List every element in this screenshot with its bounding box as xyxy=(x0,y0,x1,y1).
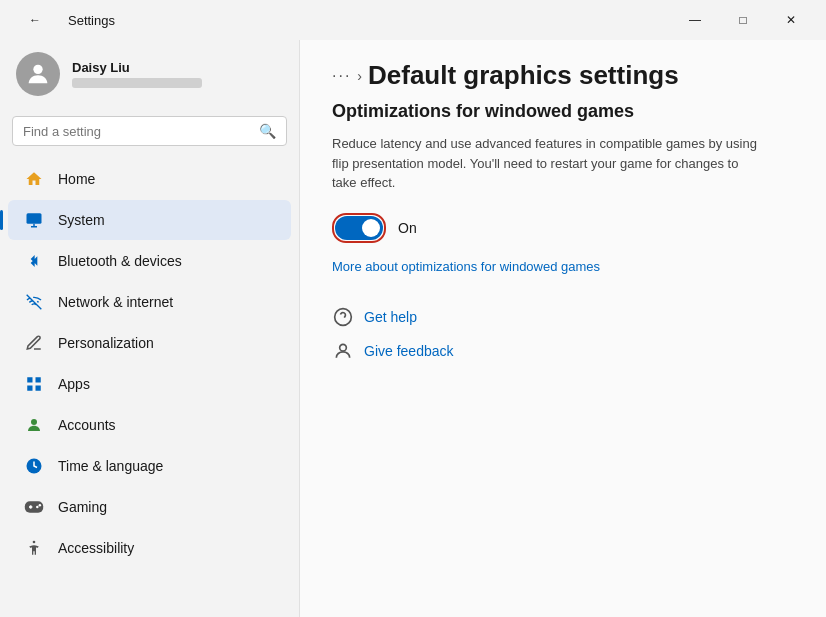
section-desc: Reduce latency and use advanced features… xyxy=(332,134,762,193)
maximize-button[interactable]: □ xyxy=(720,4,766,36)
personalization-icon xyxy=(24,333,44,353)
bluetooth-label: Bluetooth & devices xyxy=(58,253,182,269)
app-title: Settings xyxy=(68,13,115,28)
toggle-label: On xyxy=(398,220,417,236)
user-profile[interactable]: Daisy Liu xyxy=(0,40,299,108)
svg-point-15 xyxy=(340,344,347,351)
sidebar-item-home[interactable]: Home xyxy=(8,159,291,199)
nav-list: Home System Bluetooth & devices Network … xyxy=(0,158,299,569)
svg-rect-8 xyxy=(25,501,43,513)
svg-rect-4 xyxy=(27,386,32,391)
gaming-label: Gaming xyxy=(58,499,107,515)
sidebar-item-accessibility[interactable]: Accessibility xyxy=(8,528,291,568)
main-content: ··· › Default graphics settings Optimiza… xyxy=(300,40,826,617)
accessibility-icon xyxy=(24,538,44,558)
sidebar-item-apps[interactable]: Apps xyxy=(8,364,291,404)
sidebar-item-network[interactable]: Network & internet xyxy=(8,282,291,322)
toggle-row: On xyxy=(332,213,794,243)
home-icon xyxy=(24,169,44,189)
sidebar-item-personalization[interactable]: Personalization xyxy=(8,323,291,363)
give-feedback-label: Give feedback xyxy=(364,343,454,359)
breadcrumb: ··· › Default graphics settings xyxy=(332,60,794,91)
gaming-icon xyxy=(24,497,44,517)
apps-icon xyxy=(24,374,44,394)
get-help-link[interactable]: Get help xyxy=(332,306,794,328)
sidebar: Daisy Liu 🔍 Home System xyxy=(0,40,300,617)
time-label: Time & language xyxy=(58,458,163,474)
svg-rect-2 xyxy=(27,377,32,382)
close-button[interactable]: ✕ xyxy=(768,4,814,36)
bluetooth-icon xyxy=(24,251,44,271)
avatar xyxy=(16,52,60,96)
home-label: Home xyxy=(58,171,95,187)
svg-point-11 xyxy=(36,506,39,509)
page-title: Default graphics settings xyxy=(368,60,679,91)
toggle-knob xyxy=(362,219,380,237)
system-icon xyxy=(24,210,44,230)
breadcrumb-arrow: › xyxy=(357,68,362,84)
window-controls: — □ ✕ xyxy=(672,4,814,36)
windowed-games-toggle[interactable] xyxy=(335,216,383,240)
back-button[interactable]: ← xyxy=(12,4,58,36)
svg-point-14 xyxy=(335,308,352,325)
personalization-label: Personalization xyxy=(58,335,154,351)
user-name: Daisy Liu xyxy=(72,60,202,75)
give-feedback-link[interactable]: Give feedback xyxy=(332,340,794,362)
help-section: Get help Give feedback xyxy=(332,306,794,362)
more-link[interactable]: More about optimizations for windowed ga… xyxy=(332,259,794,274)
user-info: Daisy Liu xyxy=(72,60,202,88)
breadcrumb-dots: ··· xyxy=(332,67,351,85)
title-bar-left: ← Settings xyxy=(12,4,115,36)
accounts-icon xyxy=(24,415,44,435)
sidebar-item-accounts[interactable]: Accounts xyxy=(8,405,291,445)
user-email xyxy=(72,78,202,88)
svg-rect-5 xyxy=(36,386,41,391)
title-bar: ← Settings — □ ✕ xyxy=(0,0,826,40)
sidebar-item-time[interactable]: Time & language xyxy=(8,446,291,486)
search-input[interactable] xyxy=(23,124,259,139)
toggle-container[interactable] xyxy=(332,213,386,243)
apps-label: Apps xyxy=(58,376,90,392)
get-help-label: Get help xyxy=(364,309,417,325)
svg-rect-1 xyxy=(27,213,42,224)
svg-point-13 xyxy=(33,541,36,544)
search-box[interactable]: 🔍 xyxy=(12,116,287,146)
svg-point-12 xyxy=(39,504,42,507)
network-icon xyxy=(24,292,44,312)
time-icon xyxy=(24,456,44,476)
svg-rect-3 xyxy=(36,377,41,382)
accessibility-label: Accessibility xyxy=(58,540,134,556)
sidebar-item-gaming[interactable]: Gaming xyxy=(8,487,291,527)
section-title: Optimizations for windowed games xyxy=(332,101,794,122)
svg-point-0 xyxy=(33,65,42,74)
get-help-icon xyxy=(332,306,354,328)
accounts-label: Accounts xyxy=(58,417,116,433)
sidebar-item-system[interactable]: System xyxy=(8,200,291,240)
sidebar-item-bluetooth[interactable]: Bluetooth & devices xyxy=(8,241,291,281)
system-label: System xyxy=(58,212,105,228)
app-body: Daisy Liu 🔍 Home System xyxy=(0,40,826,617)
network-label: Network & internet xyxy=(58,294,173,310)
give-feedback-icon xyxy=(332,340,354,362)
svg-point-6 xyxy=(31,419,37,425)
minimize-button[interactable]: — xyxy=(672,4,718,36)
search-icon: 🔍 xyxy=(259,123,276,139)
